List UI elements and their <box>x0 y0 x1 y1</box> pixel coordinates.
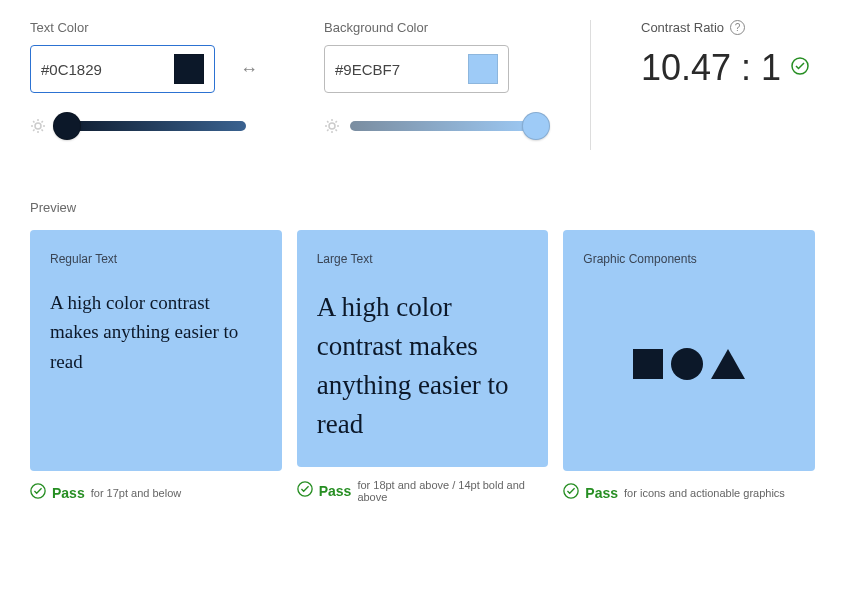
contrast-ratio-value: 10.47 : 1 <box>641 47 781 89</box>
svg-line-7 <box>33 130 34 131</box>
pass-status-large: Pass <box>319 483 352 499</box>
svg-line-14 <box>327 121 328 122</box>
svg-line-17 <box>336 121 337 122</box>
pass-row-large: Pass for 18pt and above / 14pt bold and … <box>297 479 549 503</box>
pass-detail-large: for 18pt and above / 14pt bold and above <box>357 479 548 503</box>
vertical-divider <box>590 20 591 150</box>
brightness-icon <box>30 118 46 134</box>
text-color-swatch[interactable] <box>174 54 204 84</box>
svg-line-15 <box>336 130 337 131</box>
svg-line-8 <box>42 121 43 122</box>
background-color-swatch[interactable] <box>468 54 498 84</box>
preview-card-regular: Regular Text A high color contrast makes… <box>30 230 282 471</box>
triangle-icon <box>711 349 745 379</box>
svg-line-6 <box>42 130 43 131</box>
swap-colors-button[interactable]: ↔ <box>235 59 263 80</box>
check-circle-icon <box>30 483 46 503</box>
text-color-label: Text Color <box>30 20 284 35</box>
text-color-picker: Text Color ↔ <box>30 20 284 134</box>
background-color-input-box[interactable] <box>324 45 509 93</box>
brightness-icon <box>324 118 340 134</box>
pass-detail-regular: for 17pt and below <box>91 487 182 499</box>
check-circle-icon <box>297 481 313 501</box>
svg-point-0 <box>35 123 41 129</box>
background-lightness-slider[interactable] <box>350 121 540 131</box>
text-lightness-slider[interactable] <box>56 121 246 131</box>
background-color-picker: Background Color <box>324 20 540 134</box>
contrast-ratio-label: Contrast Ratio <box>641 20 724 35</box>
text-color-input[interactable] <box>41 61 141 78</box>
preview-card-large: Large Text A high color contrast makes a… <box>297 230 549 467</box>
circle-icon <box>671 348 703 380</box>
text-lightness-thumb[interactable] <box>53 112 81 140</box>
square-icon <box>633 349 663 379</box>
pass-row-regular: Pass for 17pt and below <box>30 483 282 503</box>
pass-row-graphic: Pass for icons and actionable graphics <box>563 483 815 503</box>
check-circle-icon <box>791 57 809 79</box>
background-lightness-thumb[interactable] <box>522 112 550 140</box>
swap-arrows-icon: ↔ <box>240 59 258 79</box>
graphic-shapes <box>583 288 795 380</box>
card-label-regular: Regular Text <box>50 252 262 266</box>
background-color-input[interactable] <box>335 61 435 78</box>
preview-card-graphic: Graphic Components <box>563 230 815 471</box>
card-label-large: Large Text <box>317 252 529 266</box>
pass-status-regular: Pass <box>52 485 85 501</box>
sample-text-large: A high color contrast makes anything eas… <box>317 288 529 445</box>
card-label-graphic: Graphic Components <box>583 252 795 266</box>
pass-detail-graphic: for icons and actionable graphics <box>624 487 785 499</box>
contrast-ratio-section: Contrast Ratio ? 10.47 : 1 <box>641 20 815 89</box>
text-color-input-box[interactable] <box>30 45 215 93</box>
pass-status-graphic: Pass <box>585 485 618 501</box>
help-icon[interactable]: ? <box>730 20 745 35</box>
svg-point-9 <box>329 123 335 129</box>
check-circle-icon <box>563 483 579 503</box>
background-color-label: Background Color <box>324 20 540 35</box>
svg-line-16 <box>327 130 328 131</box>
preview-heading: Preview <box>30 200 815 215</box>
sample-text-regular: A high color contrast makes anything eas… <box>50 288 262 376</box>
svg-line-5 <box>33 121 34 122</box>
